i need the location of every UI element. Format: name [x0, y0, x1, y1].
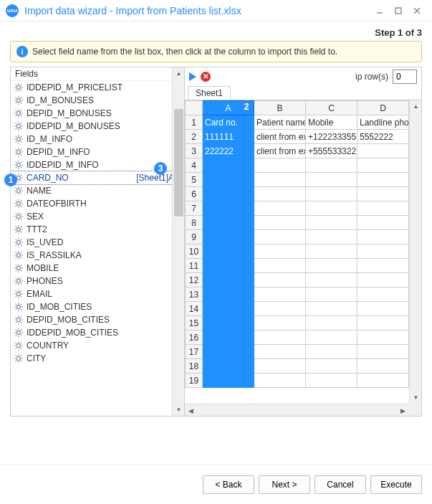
- cancel-button[interactable]: Cancel: [315, 475, 366, 494]
- table-row[interactable]: 18: [186, 359, 421, 374]
- cell[interactable]: [203, 302, 254, 316]
- cell[interactable]: [357, 359, 409, 374]
- cell[interactable]: [254, 316, 306, 331]
- cell[interactable]: [306, 201, 357, 216]
- table-row[interactable]: 10: [186, 244, 421, 259]
- cell[interactable]: [203, 230, 254, 244]
- row-header[interactable]: 12: [186, 273, 203, 287]
- scroll-thumb[interactable]: [174, 109, 183, 217]
- cell[interactable]: [306, 331, 357, 345]
- minimize-button[interactable]: [370, 4, 389, 18]
- cell[interactable]: [254, 374, 306, 388]
- cell[interactable]: [203, 374, 254, 388]
- col-header[interactable]: B: [254, 101, 306, 115]
- cell[interactable]: [254, 359, 306, 374]
- skip-rows-input[interactable]: [393, 70, 417, 84]
- cell[interactable]: [306, 230, 357, 244]
- cell[interactable]: [306, 259, 357, 273]
- row-header[interactable]: 3: [186, 144, 203, 158]
- table-row[interactable]: 7: [186, 201, 421, 216]
- cell[interactable]: [254, 230, 306, 244]
- row-header[interactable]: 13: [186, 287, 203, 302]
- field-item[interactable]: ID_MOB_CITIES: [11, 300, 184, 313]
- cell[interactable]: [306, 173, 357, 187]
- play-icon[interactable]: [189, 72, 196, 81]
- cell[interactable]: Card no.: [203, 115, 254, 130]
- cell[interactable]: [306, 374, 357, 388]
- row-header[interactable]: 17: [186, 345, 203, 359]
- cell[interactable]: [357, 173, 409, 187]
- scroll-down-icon[interactable]: ▼: [173, 404, 185, 416]
- row-header[interactable]: 7: [186, 201, 203, 216]
- field-item[interactable]: TTT2: [11, 223, 184, 236]
- cell[interactable]: [306, 316, 357, 331]
- row-header[interactable]: 8: [186, 216, 203, 230]
- cell[interactable]: [306, 287, 357, 302]
- field-item[interactable]: IS_UVED: [11, 236, 184, 249]
- row-header[interactable]: 9: [186, 230, 203, 244]
- cell[interactable]: [254, 173, 306, 187]
- cell[interactable]: [357, 144, 409, 158]
- cell[interactable]: [306, 158, 357, 173]
- field-item[interactable]: ID_M_INFO: [11, 133, 184, 146]
- cell[interactable]: [203, 201, 254, 216]
- cell[interactable]: [357, 374, 409, 388]
- cell[interactable]: [203, 273, 254, 287]
- table-row[interactable]: 1Card no.Patient nameMobileLandline phon: [186, 115, 421, 130]
- table-row[interactable]: 16: [186, 331, 421, 345]
- cell[interactable]: [306, 187, 357, 201]
- grid-hscrollbar[interactable]: ◀ ▶: [185, 404, 409, 416]
- cell[interactable]: [357, 158, 409, 173]
- maximize-button[interactable]: [389, 4, 408, 18]
- row-header[interactable]: 15: [186, 316, 203, 331]
- table-row[interactable]: 4: [186, 158, 421, 173]
- cell[interactable]: [357, 331, 409, 345]
- cell[interactable]: [254, 201, 306, 216]
- row-header[interactable]: 6: [186, 187, 203, 201]
- field-item[interactable]: DEPID_M_INFO: [11, 146, 184, 158]
- cell[interactable]: client from ex: [254, 144, 306, 158]
- cell[interactable]: [203, 331, 254, 345]
- cell[interactable]: [203, 316, 254, 331]
- cell[interactable]: Mobile: [306, 115, 357, 130]
- field-item[interactable]: MOBILE: [11, 262, 184, 275]
- cell[interactable]: [203, 359, 254, 374]
- field-item[interactable]: DATEOFBIRTH: [11, 197, 184, 210]
- table-row[interactable]: 5: [186, 173, 421, 187]
- cell[interactable]: [254, 287, 306, 302]
- cell[interactable]: [203, 216, 254, 230]
- delete-icon[interactable]: ✕: [201, 72, 211, 82]
- cell[interactable]: [306, 345, 357, 359]
- row-header[interactable]: 18: [186, 359, 203, 374]
- row-header[interactable]: 5: [186, 173, 203, 187]
- cell[interactable]: [357, 302, 409, 316]
- field-item[interactable]: DEPID_MOB_CITIES: [11, 313, 184, 326]
- field-item[interactable]: PHONES: [11, 275, 184, 287]
- cell[interactable]: [357, 216, 409, 230]
- cell[interactable]: [203, 345, 254, 359]
- field-item[interactable]: IDDEPID_MOB_CITIES: [11, 326, 184, 339]
- table-row[interactable]: 13: [186, 287, 421, 302]
- field-item[interactable]: NAME: [11, 184, 184, 197]
- close-button[interactable]: [408, 4, 426, 18]
- next-button[interactable]: Next >: [259, 475, 310, 494]
- cell[interactable]: 222222: [203, 144, 254, 158]
- cell[interactable]: [203, 259, 254, 273]
- cell[interactable]: [306, 359, 357, 374]
- scroll-up-icon[interactable]: ▲: [173, 67, 185, 80]
- cell[interactable]: [357, 259, 409, 273]
- cell[interactable]: [357, 201, 409, 216]
- cell[interactable]: [203, 287, 254, 302]
- cell[interactable]: [203, 187, 254, 201]
- field-item[interactable]: COUNTRY: [11, 339, 184, 352]
- fields-scrollbar[interactable]: ▲ ▼: [172, 67, 184, 416]
- cell[interactable]: [254, 273, 306, 287]
- field-item[interactable]: IDDEPID_M_PRICELIST: [11, 81, 184, 94]
- grid-vscrollbar[interactable]: ▲ ▼: [409, 100, 421, 404]
- scroll-left-icon[interactable]: ◀: [185, 404, 197, 416]
- table-row[interactable]: 15: [186, 316, 421, 331]
- cell[interactable]: [357, 316, 409, 331]
- cell[interactable]: [203, 158, 254, 173]
- cell[interactable]: +555533322: [306, 144, 357, 158]
- cell[interactable]: [254, 244, 306, 259]
